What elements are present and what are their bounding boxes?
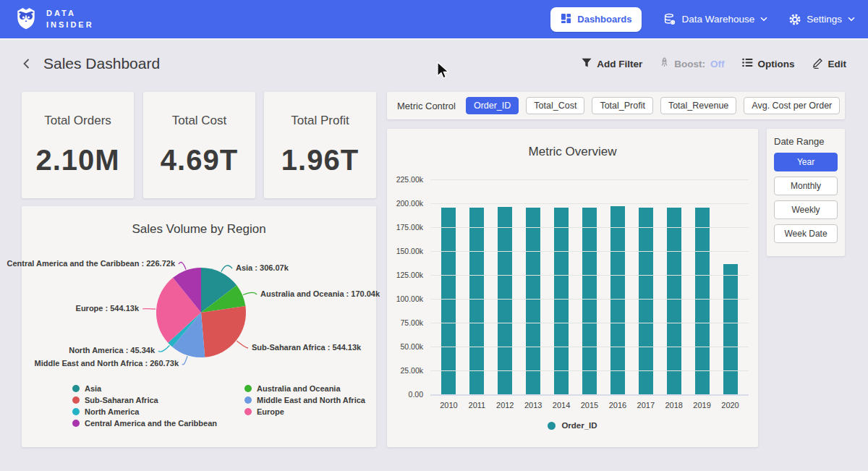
- x-tick-label: 2016: [603, 401, 631, 410]
- legend-item-central-america-and-the-caribbean[interactable]: Central America and the Caribbean: [72, 419, 217, 428]
- pie-slice-sub-saharan-africa[interactable]: [201, 306, 246, 357]
- x-tick-label: 2020: [716, 401, 744, 410]
- pie-chart-legend: AsiaSub-Saharan AfricaNorth AmericaCentr…: [72, 384, 365, 428]
- dashboards-button[interactable]: Dashboards: [550, 7, 642, 32]
- legend-label: Europe: [257, 407, 284, 416]
- legend-label: North America: [85, 407, 139, 416]
- y-tick-label: 200.00k: [387, 199, 423, 208]
- legend-item-australia-and-oceania[interactable]: Australia and Oceania: [244, 384, 365, 393]
- metric-control-buttons: Order_IDTotal_CostTotal_ProfitTotal_Reve…: [466, 97, 840, 114]
- metric-button-total-cost[interactable]: Total_Cost: [526, 97, 584, 114]
- edit-label: Edit: [828, 59, 847, 69]
- legend-label: Order_ID: [561, 421, 597, 430]
- owl-logo-icon: [13, 5, 39, 34]
- kpi-value: 1.96T: [281, 144, 359, 177]
- rocket-icon: [660, 57, 669, 70]
- top-navbar: DATA INSIDER Dashboards: [0, 0, 868, 40]
- legend-dot: [244, 396, 252, 404]
- bar-column-2016: [603, 206, 631, 394]
- bar-column-2014: [548, 208, 576, 394]
- metric-button-avg-cost-per-order[interactable]: Avg. Cost per Order: [744, 97, 840, 114]
- x-tick-label: 2015: [576, 401, 604, 410]
- gridline: [430, 299, 749, 300]
- bar-chart-plot-area: [430, 179, 749, 394]
- gear-icon: [789, 14, 801, 25]
- bar-chart-title: Metric Overview: [387, 145, 758, 159]
- legend-item-north-america[interactable]: North America: [72, 407, 217, 416]
- brand-line-1: DATA: [46, 8, 94, 20]
- bar-2020[interactable]: [723, 264, 738, 394]
- edit-button[interactable]: Edit: [812, 57, 847, 71]
- legend-dot: [72, 420, 80, 427]
- bar-2010[interactable]: [441, 208, 456, 394]
- pie-label-europe: Europe : 544.13k: [76, 304, 139, 313]
- data-warehouse-label: Data Warehouse: [681, 14, 754, 25]
- date-range-button-year[interactable]: Year: [774, 153, 838, 171]
- pie-leader-line: [182, 356, 187, 365]
- pencil-icon: [812, 57, 823, 71]
- sales-volume-pie-card: Sales Volume by Region Asia : 306.07kAus…: [22, 206, 376, 447]
- settings-menu[interactable]: Settings: [789, 14, 855, 25]
- bar-2013[interactable]: [526, 208, 540, 394]
- bar-column-2015: [576, 208, 604, 394]
- gridline: [430, 203, 749, 204]
- y-tick-label: 100.00k: [387, 294, 423, 303]
- x-tick-label: 2013: [519, 401, 548, 410]
- bar-2018[interactable]: [667, 208, 681, 394]
- add-filter-button[interactable]: Add Filter: [582, 58, 642, 70]
- metric-button-total-profit[interactable]: Total_Profit: [592, 97, 653, 114]
- legend-label: Australia and Oceania: [257, 384, 341, 393]
- pie-label-north-america: North America : 45.34k: [69, 346, 155, 355]
- bar-2014[interactable]: [554, 208, 569, 394]
- pie-chart-title: Sales Volume by Region: [22, 222, 376, 237]
- x-tick-label: 2019: [688, 401, 716, 410]
- bar-chart-y-axis: 0.0025.00k50.00k75.00k100.00k125.00k150.…: [387, 179, 423, 394]
- pie-legend-column: AsiaSub-Saharan AfricaNorth AmericaCentr…: [72, 384, 217, 428]
- bar-2017[interactable]: [639, 208, 653, 394]
- bar-2015[interactable]: [582, 208, 597, 394]
- legend-item-europe[interactable]: Europe: [244, 407, 365, 416]
- bar-chart-legend[interactable]: Order_ID: [387, 421, 758, 430]
- date-range-button-week-date[interactable]: Week Date: [774, 224, 838, 243]
- legend-dot: [548, 422, 556, 430]
- bar-column-2012: [491, 207, 519, 395]
- metric-overview-chart-card: Metric Overview 0.0025.00k50.00k75.00k10…: [387, 129, 758, 447]
- metric-button-order-id[interactable]: Order_ID: [466, 97, 519, 114]
- kpi-card-total-cost: Total Cost 4.69T: [143, 92, 255, 198]
- gridline: [430, 347, 749, 347]
- bar-2011[interactable]: [469, 208, 484, 394]
- brand-line-2: INSIDER: [46, 20, 94, 31]
- y-tick-label: 125.00k: [387, 271, 423, 279]
- pie-leader-line: [221, 266, 232, 272]
- y-tick-label: 0.00: [387, 390, 423, 399]
- back-button[interactable]: [22, 58, 32, 69]
- x-tick-label: 2010: [435, 401, 463, 410]
- add-filter-label: Add Filter: [597, 59, 642, 69]
- pie-leader-line: [142, 309, 156, 310]
- metric-button-total-revenue[interactable]: Total_Revenue: [660, 97, 736, 114]
- data-warehouse-menu[interactable]: Data Warehouse: [663, 13, 767, 25]
- x-tick-label: 2012: [491, 401, 519, 410]
- legend-item-middle-east-and-north-africa[interactable]: Middle East and North Africa: [244, 396, 365, 404]
- x-tick-label: 2017: [631, 401, 660, 410]
- y-tick-label: 50.00k: [387, 342, 423, 351]
- legend-item-asia[interactable]: Asia: [72, 384, 217, 393]
- bar-2019[interactable]: [695, 208, 710, 394]
- gridline: [430, 227, 749, 228]
- gridline: [430, 179, 749, 180]
- bar-2012[interactable]: [498, 207, 512, 395]
- date-range-buttons: YearMonthlyWeeklyWeek Date: [774, 153, 838, 243]
- date-range-button-weekly[interactable]: Weekly: [774, 200, 838, 219]
- kpi-label: Total Profit: [291, 114, 349, 128]
- bar-chart-x-axis: 2010201120122013201420152016201720182019…: [430, 401, 749, 410]
- kpi-value: 2.10M: [35, 144, 119, 177]
- legend-item-sub-saharan-africa[interactable]: Sub-Saharan Africa: [72, 396, 217, 404]
- bar-column-2013: [519, 208, 548, 394]
- bar-2016[interactable]: [610, 206, 625, 394]
- brand-logo: DATA INSIDER: [13, 5, 94, 34]
- pie-leader-line: [243, 292, 257, 294]
- options-button[interactable]: Options: [742, 58, 795, 69]
- pie-label-central-america-and-the-caribbean: Central America and the Caribbean : 226.…: [7, 259, 175, 268]
- boost-toggle[interactable]: Boost: Off: [660, 57, 724, 70]
- date-range-button-monthly[interactable]: Monthly: [774, 177, 838, 195]
